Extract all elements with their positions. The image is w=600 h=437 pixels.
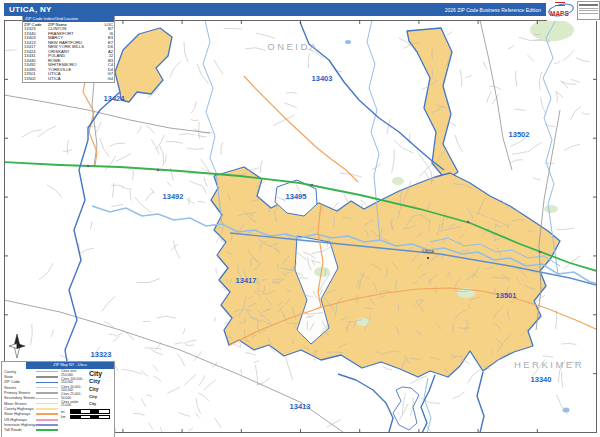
zip-table-header: ZIP Code Index/Grid Locator <box>23 15 114 22</box>
park <box>392 177 404 185</box>
maps-logo-icon: MAPS <box>547 2 575 20</box>
park <box>544 205 558 213</box>
zip-code-label: 13495 <box>286 192 307 201</box>
thruway-exit-dot <box>157 169 160 172</box>
zip-code-label: 13340 <box>531 375 552 384</box>
county-label: ONEIDA <box>267 41 318 52</box>
map-legend: ZIP Map NY - Utica CountyStateZIP CodeSt… <box>1 361 115 437</box>
legend-title: ZIP Map NY - Utica <box>26 362 114 369</box>
park <box>356 318 370 326</box>
thruway-exit-dot <box>311 184 314 187</box>
legend-item-toll: Toll Roads <box>4 428 60 433</box>
zip-code-index-table: ZIP Code Index/Grid Locator ZIP CodeZIP … <box>22 14 115 83</box>
publisher-logo: MAPS <box>547 0 600 21</box>
utica-city-dot <box>427 257 429 259</box>
zip-code-label: 13502 <box>509 130 530 139</box>
zip-code-label: 13501 <box>496 291 517 300</box>
table-row: 13502UTICAG4 <box>23 77 114 82</box>
legend-line-items: CountyStateZIP CodeStreetsPrimary Street… <box>4 369 60 433</box>
zip-code-label: 13424 <box>104 94 126 103</box>
logo-info-box <box>577 1 600 20</box>
zip-code-label: 13492 <box>163 192 184 201</box>
pond <box>345 40 351 44</box>
zip-code-label: 13403 <box>312 74 333 83</box>
thruway-exit-dot <box>539 251 542 254</box>
zip-code-label: 13417 <box>236 276 257 285</box>
city-label: Utica <box>422 248 434 254</box>
zip-code-label: 13413 <box>290 402 311 411</box>
thruway-exit-dot <box>87 165 90 168</box>
page: UTICA, NY 2026 ZIP Code Business Referen… <box>0 0 600 437</box>
scale-bar-km: km <box>61 415 113 419</box>
logo-word: MAPS <box>550 10 569 17</box>
zip-code-label: 13323 <box>91 350 112 359</box>
pond <box>563 408 570 413</box>
county-label: HERKIMER <box>514 359 584 370</box>
title-bar: UTICA, NY 2026 ZIP Code Business Referen… <box>4 3 546 16</box>
page-title: UTICA, NY <box>4 5 52 14</box>
park <box>530 19 574 41</box>
edition-text: 2026 ZIP Code Business Reference Edition <box>445 7 546 13</box>
scale-bar-mi: mi <box>61 409 113 413</box>
legend-city-size: Cities under 25,000City <box>61 400 113 408</box>
legend-city-items: Cities over 250,000CityCities 100,000 - … <box>61 370 113 419</box>
thruway-exit-dot <box>467 221 470 224</box>
zip-table: ZIP CodeZIP NameLOC13323CLINTONB713340FR… <box>23 22 114 82</box>
